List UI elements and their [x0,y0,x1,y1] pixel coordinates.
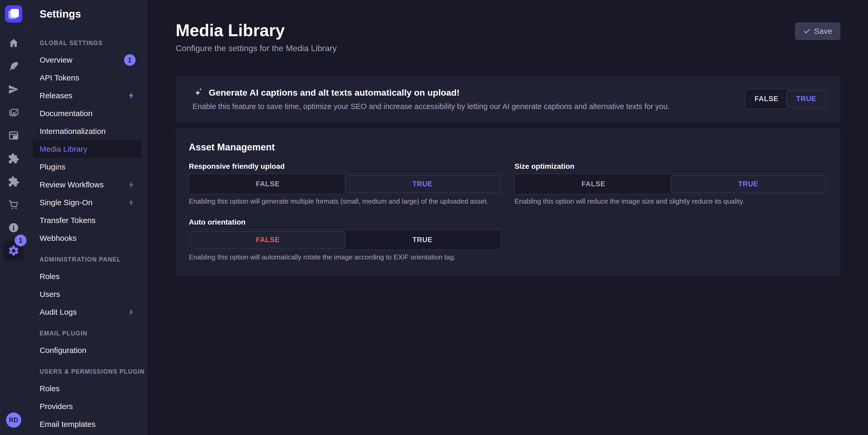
sidebar-item-media-library[interactable]: Media Library [33,140,141,158]
sidebar-item-label: Email templates [40,420,95,429]
sidebar-item-providers[interactable]: Providers [33,398,141,415]
toggle-true-option[interactable]: TRUE [671,175,826,193]
lightning-icon [127,308,135,316]
page-title: Media Library [176,22,337,39]
sidebar-item-label: Single Sign-On [40,198,93,207]
sidebar-item-label: API Tokens [40,73,79,82]
settings-notification-badge: 1 [15,235,27,246]
sidebar-item-label: Roles [40,384,60,393]
responsive-upload-toggle: FALSE TRUE [189,174,501,194]
page-subtitle: Configure the settings for the Media Lib… [176,43,337,53]
sidebar-item-label: Webhooks [40,234,76,243]
subnav-list: GLOBAL SETTINGS Overview 1 API Tokens Re… [28,28,147,433]
sidebar-item-label: Releases [40,91,72,100]
user-avatar[interactable]: RD [6,412,21,428]
subnav-title: Settings [40,8,81,20]
field-hint: Enabling this option will generate multi… [189,197,501,205]
sidebar-item-api-tokens[interactable]: API Tokens [33,69,141,87]
app-root: 1 RD Settings GLOBAL SETTINGS Overview 1… [0,0,868,435]
sidebar-item-email-templates[interactable]: Email templates [33,415,141,433]
sidebar-item-label: Review Workflows [40,180,104,189]
section-header-users-permissions-plugin: USERS & PERMISSIONS PLUGIN [28,364,147,380]
sidebar-item-transfer-tokens[interactable]: Transfer Tokens [33,211,141,229]
sidebar-item-single-sign-on[interactable]: Single Sign-On [33,194,141,211]
field-label: Auto orientation [189,218,501,226]
sidebar-item-releases[interactable]: Releases [33,87,141,105]
sidebar-item-label: Overview [40,56,72,64]
logo-shape-front [10,9,19,17]
strapi-logo-icon[interactable] [5,5,22,23]
lightning-icon [127,92,135,100]
page-header-text: Media Library Configure the settings for… [176,22,337,53]
ai-caption-toggle: FALSE TRUE [745,89,828,109]
toggle-true-option[interactable]: TRUE [786,91,826,107]
settings-gear-slot[interactable]: 1 [0,239,27,262]
settings-gear-icon[interactable]: 1 [4,241,24,261]
size-optimization-toggle: FALSE TRUE [515,174,827,194]
sidebar-item-admin-roles[interactable]: Roles [33,268,141,286]
banner-description: Enable this feature to save time, optimi… [192,102,670,111]
panel-title: Asset Management [189,142,827,153]
asset-management-panel: Asset Management Responsive friendly upl… [176,128,840,276]
toggle-false-option[interactable]: FALSE [190,231,345,248]
sparkle-icon [192,87,204,99]
rail-logo-area [0,0,27,28]
sidebar-item-up-roles[interactable]: Roles [33,380,141,398]
sidebar-item-audit-logs[interactable]: Audit Logs [33,303,141,321]
main-content: Media Library Configure the settings for… [147,0,868,435]
ai-caption-banner: Generate AI captions and alt texts autom… [176,76,840,122]
fields-grid: Responsive friendly upload FALSE TRUE En… [189,162,827,261]
field-label: Size optimization [515,162,827,171]
toggle-true-option[interactable]: TRUE [345,175,500,193]
content-manager-icon[interactable] [0,124,27,147]
sidebar-item-overview[interactable]: Overview 1 [33,51,141,69]
home-icon[interactable] [0,32,27,55]
sidebar-item-webhooks[interactable]: Webhooks [33,229,141,247]
field-responsive-friendly-upload: Responsive friendly upload FALSE TRUE En… [189,162,501,205]
sidebar-item-label: Transfer Tokens [40,216,95,225]
sidebar-item-label: Users [40,290,60,299]
sidebar-item-plugins[interactable]: Plugins [33,158,141,176]
banner-text: Generate AI captions and alt texts autom… [192,87,670,111]
lightning-icon [127,198,135,207]
section-header-email-plugin: EMAIL PLUGIN [28,325,147,341]
field-label: Responsive friendly upload [189,162,501,171]
sidebar-item-label: Documentation [40,109,93,118]
section-header-administration-panel: ADMINISTRATION PANEL [28,251,147,268]
field-hint: Enabling this option will automatically … [189,253,501,261]
sidebar-item-label: Roles [40,272,60,281]
rail-icon-list: 1 [0,28,27,262]
toggle-false-option[interactable]: FALSE [516,175,671,193]
section-header-global-settings: GLOBAL SETTINGS [28,35,147,51]
icon-rail: 1 RD [0,0,28,435]
cart-icon[interactable] [0,193,27,216]
toggle-false-option[interactable]: FALSE [190,175,345,193]
marketplace-puzzle-icon[interactable] [0,170,27,193]
feather-icon[interactable] [0,55,27,78]
media-library-icon[interactable] [0,101,27,124]
field-hint: Enabling this option will reduce the ima… [515,197,827,205]
sidebar-item-label: Internationalization [40,127,106,136]
save-button-label: Save [814,27,832,36]
auto-orientation-toggle: FALSE TRUE [189,230,501,250]
check-icon [803,28,811,35]
subnav-header: Settings [28,0,147,28]
sidebar-item-internationalization[interactable]: Internationalization [33,122,141,140]
sidebar-item-configuration[interactable]: Configuration [33,341,141,359]
toggle-true-option[interactable]: TRUE [345,231,500,248]
sidebar-item-label: Plugins [40,163,65,171]
lightning-icon [127,180,135,189]
page-header: Media Library Configure the settings for… [176,0,840,53]
sidebar-item-label: Audit Logs [40,308,77,316]
sidebar-item-users[interactable]: Users [33,286,141,303]
field-size-optimization: Size optimization FALSE TRUE Enabling th… [515,162,827,205]
settings-subnav: Settings GLOBAL SETTINGS Overview 1 API … [28,0,147,435]
plugins-puzzle-icon[interactable] [0,147,27,170]
sidebar-item-documentation[interactable]: Documentation [33,105,141,122]
save-button[interactable]: Save [795,23,840,40]
toggle-false-option[interactable]: FALSE [747,91,786,107]
send-icon[interactable] [0,78,27,101]
sidebar-item-label: Providers [40,402,73,411]
sidebar-item-review-workflows[interactable]: Review Workflows [33,176,141,194]
sidebar-item-label: Media Library [40,145,87,154]
